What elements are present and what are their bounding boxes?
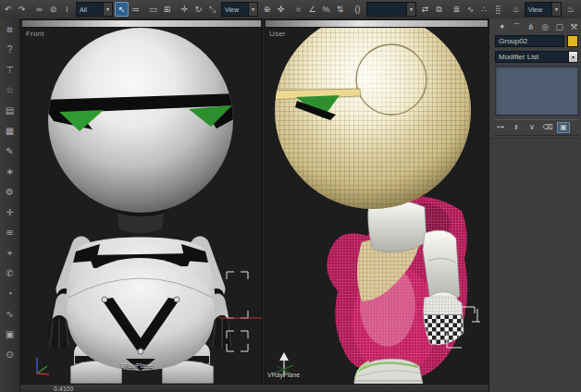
reference-coordinate-dropdown-value: View (222, 6, 248, 13)
tab-modify-icon[interactable]: ⌒ (512, 21, 523, 32)
render-setup-icon[interactable]: ♨ (509, 2, 523, 17)
tab-utilities-icon[interactable]: ⚒ (569, 21, 580, 32)
object-name-field[interactable]: Group02 (495, 35, 564, 47)
unlink-selection-icon[interactable]: ⊘ (46, 2, 60, 17)
stack-button-row: ⊶‖∨⌫▣ (494, 119, 579, 136)
render-type-dropdown-value: View (525, 6, 551, 13)
help-icon[interactable]: ? (3, 43, 18, 56)
tab-hierarchy-icon[interactable]: ⋔ (525, 21, 537, 32)
object-color-swatch[interactable] (567, 35, 578, 47)
display-icon[interactable]: ▦ (3, 124, 18, 138)
show-end-result-button[interactable]: ‖ (510, 122, 523, 133)
rectangular-selection-region-icon[interactable]: ▭ (146, 2, 160, 17)
robot-head[interactable] (44, 28, 245, 213)
waves-icon[interactable]: ≋ (3, 226, 18, 239)
snap-toggle-3d-icon[interactable]: ⌗ (291, 2, 305, 17)
percent-snap-icon[interactable]: % (319, 2, 333, 17)
selection-filter-dropdown[interactable]: All▾ (76, 2, 113, 17)
curve-icon[interactable]: ∿ (3, 307, 18, 321)
head-circle-detail (356, 44, 426, 115)
quick-render-icon[interactable]: ♨ (563, 2, 577, 17)
robot-front-model[interactable] (44, 28, 245, 384)
named-selection-sets-dropdown-arrow[interactable]: ▾ (406, 3, 415, 16)
viewport-front[interactable]: Front (21, 27, 263, 385)
left-toolbar: ⧈?⊤☆▤▦✎∗⚙✛≋⌖✆◔∿▣⊙ (0, 18, 20, 392)
selection-filter-dropdown-value: All (77, 6, 103, 13)
spray-icon[interactable]: ∗ (3, 165, 18, 178)
robot-torso[interactable] (66, 238, 216, 372)
move-cross-icon[interactable]: ✛ (3, 205, 18, 219)
pencil-icon[interactable]: ✎ (3, 144, 18, 158)
main-toolbar: ↶↷∞⊘≀All▾↖≔▭⊞✛↻⤡View▾⊕✜⌗∠%⇅()▾⇄⧉≣∿∴⣿♨Vie… (0, 0, 581, 19)
image-icon[interactable]: ▤ (3, 104, 18, 117)
select-object-icon[interactable]: ↖ (115, 2, 129, 17)
material-editor-icon[interactable]: ⣿ (491, 2, 505, 17)
robot-head-wireframe[interactable] (266, 28, 471, 209)
command-panel-tabs: ✦⌒⋔◎▢⚒ (489, 18, 581, 33)
spinner-snap-icon[interactable]: ⇅ (333, 2, 347, 17)
redo-icon[interactable]: ↷ (15, 2, 29, 17)
select-and-rotate-icon[interactable]: ↻ (192, 2, 205, 17)
align-icon[interactable]: ⧉ (432, 2, 446, 17)
select-and-manipulate-icon[interactable]: ✜ (274, 2, 288, 17)
configure-modifier-sets-button[interactable]: ▣ (557, 122, 570, 133)
remove-modifier-button[interactable]: ⌫ (541, 122, 554, 133)
select-and-move-icon[interactable]: ✛ (178, 2, 192, 17)
box-icon[interactable]: ⧈ (3, 22, 18, 36)
select-and-scale-icon[interactable]: ⤡ (205, 2, 219, 17)
robot-side-model[interactable] (266, 28, 488, 384)
pin-stack-button[interactable]: ⊶ (494, 122, 507, 133)
window-icon[interactable]: ▣ (3, 327, 18, 341)
layer-manager-icon[interactable]: ≣ (450, 2, 464, 17)
reference-coordinate-dropdown[interactable]: View▾ (221, 2, 258, 17)
viewport-front-scene[interactable] (22, 28, 262, 384)
angle-snap-icon[interactable]: ∠ (305, 2, 319, 17)
tab-display-icon[interactable]: ▢ (554, 21, 565, 32)
modifier-list-arrow[interactable]: ▾ (569, 51, 578, 63)
viewport-area: Front (20, 18, 488, 384)
named-selection-sets-dropdown[interactable]: ▾ (366, 2, 416, 17)
selection-filter-dropdown-arrow[interactable]: ▾ (103, 3, 112, 16)
edit-named-selection-sets-icon[interactable]: () (351, 2, 365, 17)
tab-motion-icon[interactable]: ◎ (540, 21, 551, 32)
viewport-user-scene[interactable] (266, 28, 488, 384)
ground-plane-label: VRayPlane (267, 372, 300, 378)
modifier-list-dropdown[interactable]: Modifier List (495, 51, 569, 63)
select-by-name-icon[interactable]: ≔ (129, 2, 142, 17)
viewport-user-label[interactable]: User (269, 30, 286, 38)
phone-icon[interactable]: ✆ (3, 266, 18, 280)
window-crossing-icon[interactable]: ⊞ (160, 2, 174, 17)
curve-editor-icon[interactable]: ∿ (464, 2, 477, 17)
schematic-view-icon[interactable]: ∴ (477, 2, 491, 17)
status-value: 0.4100 (54, 385, 73, 392)
clock-icon[interactable]: ◔ (3, 287, 18, 300)
viewport-user[interactable]: User (265, 27, 489, 385)
make-unique-button[interactable]: ∨ (525, 122, 538, 133)
3ds-max-window: ↶↷∞⊘≀All▾↖≔▭⊞✛↻⤡View▾⊕✜⌗∠%⇅()▾⇄⧉≣∿∴⣿♨Vie… (0, 0, 581, 392)
rollout-area (489, 138, 581, 392)
render-type-dropdown-arrow[interactable]: ▾ (551, 3, 561, 16)
target-icon[interactable]: ⌖ (3, 246, 18, 260)
ground-plane-label: VRayPlane (120, 362, 153, 369)
select-and-link-icon[interactable]: ∞ (32, 2, 46, 17)
status-bar: 0.4100 (20, 384, 488, 392)
undo-icon[interactable]: ↶ (1, 2, 15, 17)
axis-tripod (37, 358, 49, 374)
mirror-icon[interactable]: ⇄ (418, 2, 432, 17)
tsquare-icon[interactable]: ⊤ (3, 63, 18, 77)
bind-to-spacewarp-icon[interactable]: ≀ (60, 2, 74, 17)
command-panel: ✦⌒⋔◎▢⚒ Group02 Modifier List ▾ ⊶‖∨⌫▣ (488, 18, 581, 392)
tab-create-icon[interactable]: ✦ (497, 21, 508, 32)
viewport-front-label[interactable]: Front (26, 30, 44, 38)
gear-icon[interactable]: ⚙ (3, 185, 18, 199)
modifier-stack-list[interactable] (495, 66, 579, 116)
zoom-icon[interactable]: ⊙ (3, 348, 18, 361)
reference-coordinate-dropdown-arrow[interactable]: ▾ (248, 3, 257, 16)
render-type-dropdown[interactable]: View▾ (525, 2, 562, 17)
use-pivot-center-icon[interactable]: ⊕ (260, 2, 274, 17)
star-icon[interactable]: ☆ (3, 83, 18, 97)
